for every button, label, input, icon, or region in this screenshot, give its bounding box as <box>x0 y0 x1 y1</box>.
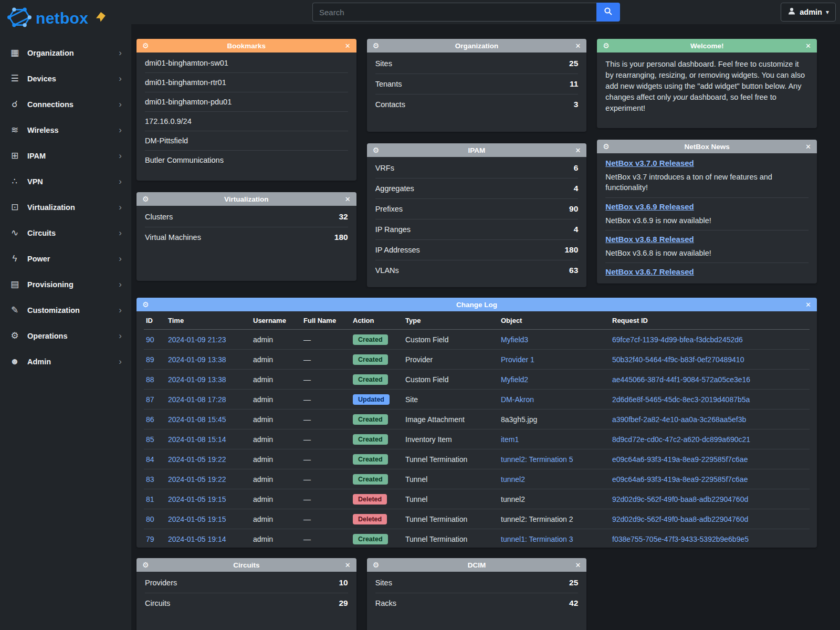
gear-icon[interactable]: ⚙ <box>142 300 149 309</box>
sidebar-item-connections[interactable]: ☌ Connections › <box>0 91 131 117</box>
stat-label[interactable]: Racks <box>375 599 396 607</box>
change-id-link[interactable]: 79 <box>146 535 154 543</box>
stat-label[interactable]: Contacts <box>375 100 405 109</box>
change-id-link[interactable]: 87 <box>146 395 154 404</box>
gear-icon[interactable]: ⚙ <box>603 142 610 151</box>
gear-icon[interactable]: ⚙ <box>142 195 149 203</box>
gear-icon[interactable]: ⚙ <box>373 41 380 50</box>
sidebar-item-customization[interactable]: ✎ Customization › <box>0 297 131 323</box>
welcome-widget-header[interactable]: ⚙ Welcome! ✕ <box>597 39 817 52</box>
change-id-link[interactable]: 89 <box>146 355 154 364</box>
change-id-link[interactable]: 88 <box>146 375 154 384</box>
change-time-link[interactable]: 2024-01-09 13:38 <box>168 355 226 364</box>
change-object[interactable]: tunnel2: Termination 5 <box>501 455 573 464</box>
gear-icon[interactable]: ⚙ <box>373 561 380 569</box>
change-object[interactable]: tunnel2 <box>501 475 525 484</box>
organization-widget-header[interactable]: ⚙ Organization ✕ <box>367 39 587 52</box>
change-request-id-link[interactable]: 8d9cd72e-cd0c-47c2-a620-dc899a690c21 <box>612 435 750 444</box>
change-request-id-link[interactable]: 50b32f40-5464-4f9c-b83f-0ef270489410 <box>612 355 744 364</box>
stat-label[interactable]: VRFs <box>375 164 394 172</box>
sidebar-item-virtualization[interactable]: ⊡ Virtualization › <box>0 194 131 220</box>
close-icon[interactable]: ✕ <box>575 146 581 154</box>
change-object[interactable]: DM-Akron <box>501 395 534 404</box>
news-link[interactable]: NetBox v3.7.0 Released <box>605 159 694 167</box>
bookmark-item[interactable]: Butler Communications <box>145 151 348 170</box>
bookmarks-widget-header[interactable]: ⚙ Bookmarks ✕ <box>136 39 356 52</box>
user-menu[interactable]: admin ▾ <box>781 3 836 22</box>
virtualization-widget-header[interactable]: ⚙ Virtualization ✕ <box>136 192 356 206</box>
change-request-id-link[interactable]: 92d02d9c-562f-49f0-baa8-adb22904760d <box>612 495 748 503</box>
sidebar-item-organization[interactable]: ▦ Organization › <box>0 40 131 66</box>
change-id-link[interactable]: 81 <box>146 495 154 503</box>
change-request-id-link[interactable]: 69fce7cf-1139-4d99-bfea-f3dcbd2452d6 <box>612 335 743 344</box>
stat-label[interactable]: Sites <box>375 59 392 68</box>
change-request-id-link[interactable]: 2d6d6e8f-5465-45dc-8ec3-2019d4087b5a <box>612 395 750 404</box>
change-time-link[interactable]: 2024-01-09 13:38 <box>168 375 226 384</box>
close-icon[interactable]: ✕ <box>805 143 811 151</box>
sidebar-item-devices[interactable]: ☰ Devices › <box>0 66 131 91</box>
search-input[interactable] <box>312 3 596 22</box>
close-icon[interactable]: ✕ <box>345 42 351 50</box>
dcim-widget-header[interactable]: ⚙ DCIM ✕ <box>367 558 587 572</box>
change-time-link[interactable]: 2024-01-09 21:23 <box>168 335 226 344</box>
change-object[interactable]: Myfield3 <box>501 335 528 344</box>
change-id-link[interactable]: 86 <box>146 415 154 424</box>
change-time-link[interactable]: 2024-01-08 15:45 <box>168 415 226 424</box>
change-time-link[interactable]: 2024-01-05 19:22 <box>168 455 226 464</box>
sidebar-item-operations[interactable]: ⚙ Operations › <box>0 323 131 349</box>
news-link[interactable]: NetBox v3.6.8 Released <box>605 235 694 244</box>
change-time-link[interactable]: 2024-01-05 19:22 <box>168 475 226 484</box>
close-icon[interactable]: ✕ <box>805 42 811 50</box>
change-object[interactable]: Provider 1 <box>501 355 534 364</box>
bookmark-item[interactable]: DM-Pittsfield <box>145 131 348 151</box>
stat-label[interactable]: Virtual Machines <box>145 233 201 242</box>
sidebar-item-provisioning[interactable]: ▤ Provisioning › <box>0 271 131 297</box>
gear-icon[interactable]: ⚙ <box>603 41 610 50</box>
stat-label[interactable]: Tenants <box>375 80 402 88</box>
change-object[interactable]: item1 <box>501 435 519 444</box>
change-id-link[interactable]: 90 <box>146 335 154 344</box>
gear-icon[interactable]: ⚙ <box>142 41 149 50</box>
close-icon[interactable]: ✕ <box>575 561 581 569</box>
stat-label[interactable]: Aggregates <box>375 184 414 193</box>
sidebar-item-power[interactable]: ϟ Power › <box>0 246 131 271</box>
change-request-id-link[interactable]: 92d02d9c-562f-49f0-baa8-adb22904760d <box>612 515 748 523</box>
change-time-link[interactable]: 2024-01-05 19:15 <box>168 515 226 523</box>
sidebar-item-vpn[interactable]: ∴ VPN › <box>0 169 131 194</box>
bookmark-item[interactable]: 172.16.0.9/24 <box>145 112 348 131</box>
change-object[interactable]: tunnel1: Termination 3 <box>501 535 573 543</box>
stat-label[interactable]: Prefixes <box>375 205 403 213</box>
change-id-link[interactable]: 83 <box>146 475 154 484</box>
stat-label[interactable]: IP Ranges <box>375 225 411 234</box>
change-time-link[interactable]: 2024-01-05 19:15 <box>168 495 226 503</box>
news-link[interactable]: NetBox v3.6.9 Released <box>605 202 694 211</box>
stat-label[interactable]: Providers <box>145 579 177 587</box>
close-icon[interactable]: ✕ <box>805 301 811 309</box>
search-button[interactable] <box>596 3 620 22</box>
sidebar-item-ipam[interactable]: ⊞ IPAM › <box>0 143 131 169</box>
change-object[interactable]: Myfield2 <box>501 375 528 384</box>
sidebar-item-wireless[interactable]: ≋ Wireless › <box>0 117 131 143</box>
change-request-id-link[interactable]: e09c64a6-93f3-419a-8ea9-229585f7c6ae <box>612 475 748 484</box>
sidebar-item-circuits[interactable]: ∿ Circuits › <box>0 220 131 246</box>
stat-label[interactable]: Circuits <box>145 599 170 607</box>
stat-label[interactable]: Clusters <box>145 213 173 221</box>
ipam-widget-header[interactable]: ⚙ IPAM ✕ <box>367 143 587 157</box>
close-icon[interactable]: ✕ <box>345 195 351 203</box>
change-time-link[interactable]: 2024-01-08 17:28 <box>168 395 226 404</box>
news-link[interactable]: NetBox v3.6.7 Released <box>605 267 694 276</box>
gear-icon[interactable]: ⚙ <box>142 561 149 569</box>
bookmark-item[interactable]: dmi01-binghamton-rtr01 <box>145 73 348 92</box>
gear-icon[interactable]: ⚙ <box>373 146 380 154</box>
bookmark-item[interactable]: dmi01-binghamton-sw01 <box>145 54 348 73</box>
stat-label[interactable]: VLANs <box>375 266 399 275</box>
changelog-widget-header[interactable]: ⚙ Change Log ✕ <box>136 298 817 311</box>
stat-label[interactable]: Sites <box>375 579 392 587</box>
close-icon[interactable]: ✕ <box>575 42 581 50</box>
change-request-id-link[interactable]: a390fbef-2a82-4e10-aa0a-3c268aa5ef3b <box>612 415 746 424</box>
change-id-link[interactable]: 84 <box>146 455 154 464</box>
change-id-link[interactable]: 85 <box>146 435 154 444</box>
close-icon[interactable]: ✕ <box>345 561 351 569</box>
change-request-id-link[interactable]: e09c64a6-93f3-419a-8ea9-229585f7c6ae <box>612 455 748 464</box>
netbox-logo[interactable]: netbox <box>0 0 131 40</box>
